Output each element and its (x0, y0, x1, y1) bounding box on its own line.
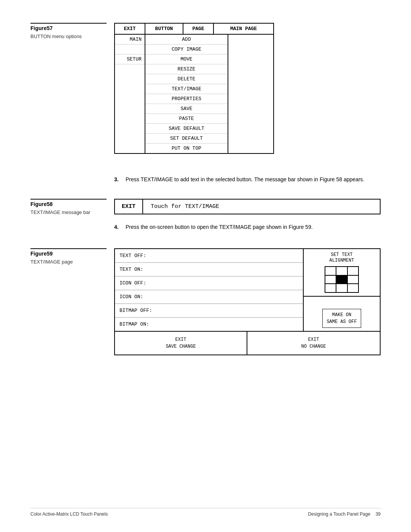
align-cell-5[interactable] (347, 275, 358, 284)
align-cell-1[interactable] (336, 267, 347, 275)
figure59-content: TEXT OFF: TEXT ON: ICON OFF: ICON ON: BI… (114, 248, 381, 355)
fig59-text-off[interactable]: TEXT OFF: (115, 249, 303, 263)
fig59-alignment-section: SET TEXTALIGNMENT (304, 249, 380, 297)
figure57-label-col: Figure57 BUTTON menu options (30, 23, 114, 39)
fig57-setup-item: SETUR (115, 54, 145, 64)
figure57-label: Figure57 (30, 23, 107, 31)
figure58-content: EXIT Touch for TEXT/IMAGE (114, 199, 381, 214)
figure57-section: Figure57 BUTTON menu options EXIT BUTTON… (30, 23, 381, 154)
page-footer: Color Active-Matrix LCD Touch Panels Des… (30, 508, 381, 517)
fig59-alignment-title: SET TEXTALIGNMENT (307, 252, 377, 264)
fig57-menu-put-on-top[interactable]: PUT ON TOP (145, 144, 228, 153)
fig57-menu-copy-image[interactable]: COPY IMAGE (145, 45, 228, 54)
fig57-menu-save[interactable]: SAVE (145, 104, 228, 114)
figure57-content: EXIT BUTTON PAGE MAIN PAGE MAIN SETUR AD… (114, 23, 381, 154)
fig57-left-spacer (115, 64, 145, 153)
fig59-exit-no-change-button[interactable]: EXITNO CHANGE (247, 332, 380, 355)
step3-row: 3. Press TEXT/IMAGE to add text in the s… (114, 175, 381, 184)
step4-number: 4. (114, 223, 122, 231)
align-cell-6[interactable] (325, 284, 336, 292)
fig57-menu-properties[interactable]: PROPERTIES (145, 94, 228, 104)
fig57-left-col: MAIN SETUR (115, 35, 145, 153)
fig59-bottom-row: EXITSAVE CHANGE EXITNO CHANGE (115, 331, 380, 355)
fig57-menu-text-image[interactable]: TEXT/IMAGE (145, 84, 228, 94)
figure58-sublabel: TEXT/IMAGE message bar (30, 209, 107, 215)
fig59-alignment-grid[interactable] (325, 266, 359, 293)
fig57-menu-move[interactable]: MOVE (145, 54, 228, 64)
fig57-header: EXIT BUTTON PAGE MAIN PAGE (115, 24, 273, 35)
figure58-label-col: Figure58 TEXT/IMAGE message bar (30, 199, 114, 215)
fig58-exit-button[interactable]: EXIT (115, 200, 143, 214)
figure59-sublabel: TEXT/IMAGE page (30, 259, 107, 265)
fig57-right-col (228, 35, 273, 153)
fig57-menu-resize[interactable]: RESIZE (145, 64, 228, 74)
figure59-section: Figure59 TEXT/IMAGE page TEXT OFF: TEXT … (30, 248, 381, 355)
fig59-bitmap-on[interactable]: BITMAP ON: (115, 318, 303, 331)
fig59-make-on-section: MAKE ONSAME AS OFF (304, 306, 380, 331)
fig57-empty-item (115, 45, 145, 54)
figure58-label: Figure58 (30, 199, 107, 207)
figure59-label: Figure59 (30, 248, 107, 257)
fig57-menu-delete[interactable]: DELETE (145, 74, 228, 84)
align-cell-0[interactable] (325, 267, 336, 275)
narrative-step3: 3. Press TEXT/IMAGE to add text in the s… (114, 175, 381, 191)
align-cell-7[interactable] (336, 284, 347, 292)
step4-row: 4. Press the on-screen button to open th… (114, 223, 381, 231)
figure57-sublabel: BUTTON menu options (30, 34, 107, 39)
step3-number: 3. (114, 175, 122, 184)
figure59-label-col: Figure59 TEXT/IMAGE page (30, 248, 114, 265)
fig57-menu-add[interactable]: ADD (145, 35, 228, 45)
fig59-exit-save-button[interactable]: EXITSAVE CHANGE (115, 332, 247, 355)
fig57-header-button[interactable]: BUTTON (145, 24, 183, 34)
align-cell-3[interactable] (325, 275, 336, 284)
fig58-message[interactable]: Touch for TEXT/IMAGE (143, 200, 227, 214)
fig57-menu-paste[interactable]: PASTE (145, 114, 228, 124)
fig57-menu-save-default[interactable]: SAVE DEFAULT (145, 124, 228, 134)
fig59-icon-on[interactable]: ICON ON: (115, 290, 303, 304)
fig57-menu-set-default[interactable]: SET DEFAULT (145, 134, 228, 144)
fig59-panel: TEXT OFF: TEXT ON: ICON OFF: ICON ON: BI… (114, 248, 381, 355)
fig59-bitmap-off[interactable]: BITMAP OFF: (115, 304, 303, 318)
align-cell-8[interactable] (347, 284, 358, 292)
narrative-step4: 4. Press the on-screen button to open th… (114, 223, 381, 239)
fig57-menu-box: EXIT BUTTON PAGE MAIN PAGE MAIN SETUR AD… (114, 23, 274, 154)
fig57-menu-list: ADD COPY IMAGE MOVE RESIZE DELETE TEXT/I… (145, 35, 228, 153)
fig59-make-on-button[interactable]: MAKE ONSAME AS OFF (322, 309, 361, 328)
fig59-icon-off[interactable]: ICON OFF: (115, 276, 303, 290)
fig59-left-col: TEXT OFF: TEXT ON: ICON OFF: ICON ON: BI… (115, 249, 304, 331)
fig59-text-on[interactable]: TEXT ON: (115, 263, 303, 276)
align-cell-2[interactable] (347, 267, 358, 275)
fig57-header-exit[interactable]: EXIT (115, 24, 145, 34)
fig57-header-page[interactable]: PAGE (183, 24, 214, 34)
fig59-right-spacer (304, 297, 380, 306)
step4-text: Press the on-screen button to open the T… (126, 223, 313, 231)
footer-right: Designing a Touch Panel Page 39 (308, 511, 381, 517)
figure58-section: Figure58 TEXT/IMAGE message bar EXIT Tou… (30, 199, 381, 215)
step3-text: Press TEXT/IMAGE to add text in the sele… (126, 175, 364, 184)
fig59-right-col: SET TEXTALIGNMENT (304, 249, 380, 331)
footer-left: Color Active-Matrix LCD Touch Panels (30, 511, 108, 517)
fig57-main-item: MAIN (115, 35, 145, 45)
fig58-bar: EXIT Touch for TEXT/IMAGE (114, 199, 381, 214)
fig57-header-mainpage[interactable]: MAIN PAGE (214, 24, 273, 34)
align-cell-4-selected[interactable] (336, 275, 347, 284)
page-container: Figure57 BUTTON menu options EXIT BUTTON… (0, 0, 411, 532)
fig57-body: MAIN SETUR ADD COPY IMAGE MOVE RESIZE DE… (115, 35, 273, 153)
